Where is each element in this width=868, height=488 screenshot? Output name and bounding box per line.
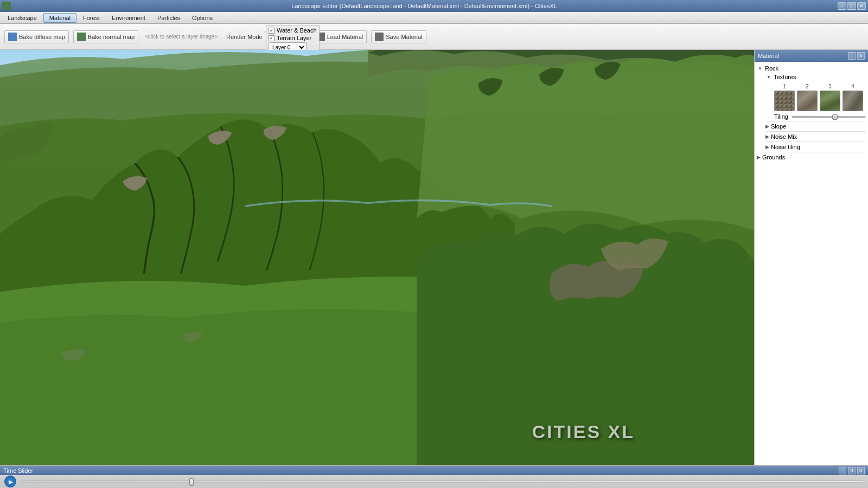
panel-close-button[interactable]: ✕ <box>857 52 865 60</box>
menu-material[interactable]: Material <box>43 13 76 23</box>
sky-area <box>0 50 754 87</box>
titlebar: Landscape Editor (DefaultLandscape.land … <box>0 0 868 12</box>
right-panel: Material − ✕ ▼ Rock ▼ Textures <box>754 50 868 465</box>
time-slider-track[interactable] <box>21 480 864 483</box>
rock-expand-arrow: ▼ <box>757 65 763 72</box>
tiling-slider-container <box>792 113 866 120</box>
menu-forest[interactable]: Forest <box>78 14 105 22</box>
bake-normal-button[interactable]: Bake normal map <box>73 30 138 43</box>
titlebar-title: Landscape Editor (DefaultLandscape.land … <box>11 3 838 9</box>
tex-num-2: 2 <box>806 84 809 89</box>
time-slider-header: Time Slider − 9 ✕ <box>0 466 868 475</box>
toolbar: Bake diffuse map Bake normal map <click … <box>0 24 868 50</box>
water-beach-label: Water & Beach <box>277 27 317 34</box>
titlebar-left <box>2 2 11 10</box>
rock-label: Rock <box>765 65 778 72</box>
textures-expand-arrow: ▼ <box>765 74 772 80</box>
minimize-button[interactable]: − <box>838 2 846 10</box>
tex-num-4: 4 <box>851 84 854 89</box>
grounds-arrow: ▶ <box>757 155 761 160</box>
app-icon <box>2 2 11 10</box>
textures-label: Textures <box>774 74 796 80</box>
play-button[interactable]: ▶ <box>4 476 16 487</box>
bake-diffuse-icon <box>8 33 17 41</box>
tree-node-grounds[interactable]: ▶ Grounds <box>757 152 866 162</box>
menu-particles[interactable]: Particles <box>152 14 186 22</box>
click-to-select-label: <click to select a layer image> <box>145 34 218 40</box>
render-mode-label: Render Mode <box>226 34 263 40</box>
tiling-track <box>792 116 866 118</box>
time-slider-controls: ▶ <box>0 475 868 488</box>
menu-landscape[interactable]: Landscape <box>2 14 42 22</box>
time-slider-title: Time Slider <box>3 467 33 474</box>
panel-content: ▼ Rock ▼ Textures 1 2 <box>755 62 868 465</box>
load-material-button[interactable]: Load Material <box>312 30 367 43</box>
texture-col-3: 3 <box>820 84 840 111</box>
noise-mix-arrow: ▶ <box>765 134 769 139</box>
tree-node-noise-tiling[interactable]: ▶ Noise tiling <box>765 142 866 152</box>
texture-col-1: 1 <box>774 84 795 111</box>
water-beach-checkbox[interactable]: ✓ <box>269 28 275 34</box>
tree-node-noise-mix[interactable]: ▶ Noise Mix <box>765 131 866 142</box>
menu-options[interactable]: Options <box>187 14 218 22</box>
menubar: Landscape Material Forest Environment Pa… <box>0 12 868 24</box>
tex-num-3: 3 <box>828 84 832 89</box>
terrain-layer-row: ✓ Terrain Layer <box>269 34 317 42</box>
time-slider-thumb[interactable] <box>189 478 194 486</box>
save-material-icon <box>375 33 384 41</box>
viewport[interactable]: CITIES XL <box>0 50 754 465</box>
terrain-layer-label: Terrain Layer <box>277 35 311 41</box>
slope-label: Slope <box>771 123 786 130</box>
terrain-canvas <box>0 50 754 465</box>
noise-mix-label: Noise Mix <box>771 133 797 140</box>
panel-header: Material − ✕ <box>755 50 868 62</box>
bake-diffuse-button[interactable]: Bake diffuse map <box>4 30 69 43</box>
rock-children: ▼ Textures 1 2 3 <box>765 73 866 152</box>
textures-row: 1 2 3 4 <box>774 84 866 111</box>
save-material-label: Save Material <box>386 34 422 40</box>
bake-diffuse-label: Bake diffuse map <box>19 34 65 40</box>
texture-thumb-4[interactable] <box>843 91 863 111</box>
close-button[interactable]: ✕ <box>857 2 866 10</box>
texture-thumb-1[interactable] <box>774 91 795 111</box>
tree-node-rock[interactable]: ▼ Rock <box>757 64 866 73</box>
tiling-row: Tiling <box>774 113 866 120</box>
terrain-layer-checkbox[interactable]: ✓ <box>269 35 275 41</box>
main-area: CITIES XL Material − ✕ ▼ Rock ▼ Textures <box>0 50 868 465</box>
noise-tiling-arrow: ▶ <box>765 144 769 150</box>
bake-normal-icon <box>77 33 86 41</box>
time-slider-controls-header: − 9 ✕ <box>839 467 865 474</box>
load-material-label: Load Material <box>327 34 363 40</box>
time-slider-num-button[interactable]: 9 <box>848 467 856 474</box>
texture-col-4: 4 <box>843 84 863 111</box>
noise-tiling-label: Noise tiling <box>771 144 800 150</box>
grounds-label: Grounds <box>762 154 785 160</box>
time-slider-pin-button[interactable]: − <box>839 467 846 474</box>
panel-title: Material <box>758 53 779 59</box>
slope-arrow: ▶ <box>765 124 769 129</box>
bottom-bar: Time Slider − 9 ✕ ▶ <box>0 465 868 488</box>
menu-environment[interactable]: Environment <box>106 14 151 22</box>
maximize-button[interactable]: □ <box>847 2 856 10</box>
texture-thumb-2[interactable] <box>797 91 818 111</box>
bake-normal-label: Bake normal map <box>88 34 135 40</box>
titlebar-controls: − □ ✕ <box>838 2 866 10</box>
play-icon: ▶ <box>9 479 13 485</box>
tree-node-textures[interactable]: ▼ Textures <box>765 73 866 81</box>
terrain-svg <box>0 50 754 465</box>
tiling-thumb[interactable] <box>832 114 838 120</box>
tree-node-slope[interactable]: ▶ Slope <box>765 121 866 131</box>
panel-header-controls: − ✕ <box>848 52 865 60</box>
time-slider-close-button[interactable]: ✕ <box>857 467 865 474</box>
texture-col-2: 2 <box>797 84 818 111</box>
panel-pin-button[interactable]: − <box>848 52 856 60</box>
tex-num-1: 1 <box>783 84 786 89</box>
tiling-label: Tiling <box>774 113 788 120</box>
save-material-button[interactable]: Save Material <box>371 30 426 43</box>
water-beach-row: ✓ Water & Beach <box>269 27 317 34</box>
texture-thumb-3[interactable] <box>820 91 840 111</box>
